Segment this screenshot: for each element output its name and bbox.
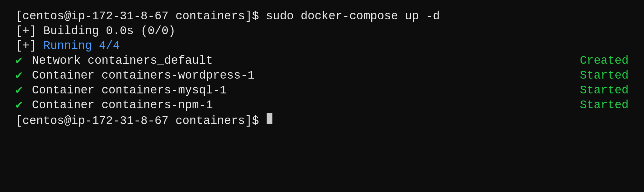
container2-line: ✔ Container containers-mysql-1 Started [15, 83, 629, 98]
command-line: [centos@ip-172-31-8-67 containers]$ sudo… [15, 9, 629, 24]
prompt-text: [centos@ip-172-31-8-67 containers]$ [15, 114, 266, 129]
running-text: Running 4/4 [43, 39, 120, 53]
container3-line: ✔ Container containers-npm-1 Started [15, 98, 629, 113]
container1-status: Started [561, 68, 629, 83]
building-line: [+] Building 0.0s (0/0) [15, 24, 629, 39]
building-text: [+] Building 0.0s (0/0) [15, 24, 175, 39]
container1-line: ✔ Container containers-wordpress-1 Start… [15, 68, 629, 83]
container2-status: Started [561, 83, 629, 98]
network-status: Created [561, 53, 629, 68]
network-name: Network containers_default [25, 53, 276, 68]
command-text: [centos@ip-172-31-8-67 containers]$ sudo… [15, 9, 440, 24]
network-check: ✔ [15, 53, 23, 68]
running-prefix: [+] [15, 39, 43, 53]
cursor [267, 113, 272, 124]
container1-check: ✔ [15, 68, 23, 83]
terminal-window: [centos@ip-172-31-8-67 containers]$ sudo… [0, 0, 644, 192]
container3-check: ✔ [15, 98, 23, 113]
network-line: ✔ Network containers_default Created [15, 53, 629, 68]
prompt-line: [centos@ip-172-31-8-67 containers]$ [15, 113, 629, 129]
running-line: [+] Running 4/4 [15, 39, 629, 53]
container3-name: Container containers-npm-1 [25, 98, 276, 113]
container2-name: Container containers-mysql-1 [25, 83, 276, 98]
container2-check: ✔ [15, 83, 23, 98]
container1-name: Container containers-wordpress-1 [25, 68, 276, 83]
container3-status: Started [561, 98, 629, 113]
